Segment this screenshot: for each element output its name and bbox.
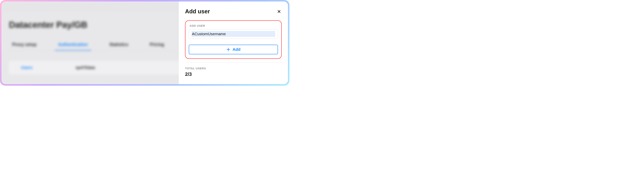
tab-pricing[interactable]: Pricing [146, 41, 168, 51]
username-input[interactable]: ACustomUsername [189, 29, 278, 39]
close-icon [277, 10, 281, 13]
tab-statistics[interactable]: Statistics [106, 41, 132, 51]
add-button-label: Add [232, 47, 240, 52]
plus-icon [226, 48, 230, 52]
users-value: sp4753aia [64, 65, 95, 70]
close-button[interactable] [276, 9, 282, 14]
add-user-panel: Add user Add User ACustomUsername Add [179, 2, 288, 84]
add-user-highlight: Add User ACustomUsername Add [185, 20, 282, 59]
total-users-label: Total Users [185, 67, 282, 70]
add-user-field-label: Add User [189, 24, 278, 27]
tab-authentication[interactable]: Authentication [55, 41, 91, 51]
add-button[interactable]: Add [189, 45, 278, 54]
tab-proxy-setup[interactable]: Proxy setup [9, 41, 40, 51]
total-users-value: 2/3 [185, 71, 282, 77]
panel-title: Add user [185, 8, 210, 15]
username-input-value: ACustomUsername [192, 31, 275, 37]
users-label: Users [9, 65, 64, 70]
